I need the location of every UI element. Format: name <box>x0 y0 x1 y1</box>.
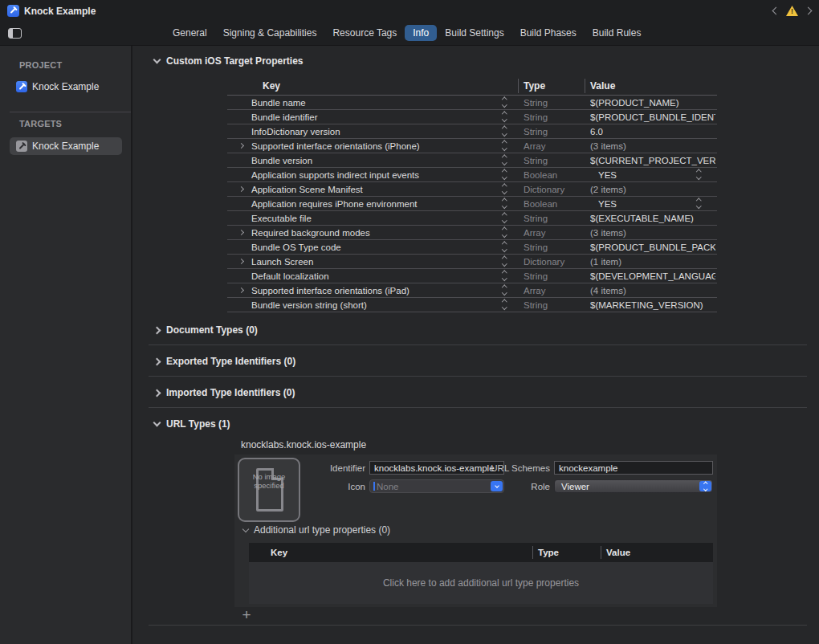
property-row[interactable]: Bundle identifier String $(PRODUCT_BUNDL… <box>227 110 717 124</box>
section-exported-types-header[interactable]: Exported Type Identifiers (0) <box>154 356 295 367</box>
property-value[interactable]: $(DEVELOPMENT_LANGUAGE) <box>590 271 715 281</box>
title-bar: Knock Example ! <box>0 0 819 22</box>
sidebar-item-target[interactable]: Knock Example <box>10 137 122 155</box>
key-stepper-icon[interactable] <box>503 300 507 308</box>
custom-properties-rows: Bundle name String $(PRODUCT_NAME) Bundl… <box>227 96 717 312</box>
property-value[interactable]: (2 items) <box>590 185 715 194</box>
icon-value: None <box>377 482 399 491</box>
url-schemes-field[interactable]: knockexample <box>554 461 713 475</box>
project-icon <box>16 81 27 92</box>
tab-label: Signing & Capabilities <box>223 27 317 39</box>
property-row[interactable]: Bundle version string (short) String $(M… <box>227 298 717 312</box>
tab-label: Build Phases <box>520 27 577 39</box>
key-stepper-icon[interactable] <box>503 185 507 193</box>
key-stepper-icon[interactable] <box>503 286 507 294</box>
warning-icon[interactable]: ! <box>786 6 798 16</box>
property-value[interactable]: (3 items) <box>590 228 715 238</box>
tab-bar-container: GeneralSigning & CapabilitiesResource Ta… <box>0 22 819 46</box>
property-type: String <box>524 300 548 310</box>
navigate-back-icon[interactable] <box>772 7 780 15</box>
key-stepper-icon[interactable] <box>503 112 507 120</box>
add-url-type-button[interactable]: + <box>239 608 254 622</box>
property-row[interactable]: Application supports indirect input even… <box>227 168 717 182</box>
tab-signing-capabilities[interactable]: Signing & Capabilities <box>215 25 325 41</box>
navigate-forward-icon[interactable] <box>805 7 813 15</box>
property-value[interactable]: $(PRODUCT_BUNDLE_PACKAGE_TYPE) <box>590 243 715 252</box>
property-row[interactable]: Application Scene Manifest Dictionary (2… <box>227 182 717 197</box>
tab-build-phases[interactable]: Build Phases <box>512 25 585 41</box>
property-key: Application requires iPhone environment <box>251 199 417 209</box>
property-row[interactable]: Executable file String $(EXECUTABLE_NAME… <box>227 211 717 226</box>
property-row[interactable]: Required background modes Array (3 items… <box>227 226 717 240</box>
section-document-types-header[interactable]: Document Types (0) <box>154 324 258 336</box>
property-key: Application supports indirect input even… <box>251 170 419 180</box>
additional-properties-header[interactable]: Additional url type properties (0) <box>243 524 390 536</box>
section-divider <box>149 376 807 377</box>
key-stepper-icon[interactable] <box>503 228 507 236</box>
toggle-sidebar-icon[interactable] <box>8 28 22 39</box>
boolean-stepper-icon[interactable] <box>697 199 701 207</box>
disclosure-chevron-icon[interactable] <box>238 186 244 192</box>
property-value[interactable]: YES <box>598 170 723 180</box>
tab-build-rules[interactable]: Build Rules <box>585 25 650 41</box>
property-key: Bundle name <box>251 98 306 108</box>
url-type-card: No image specified Identifier knocklabs.… <box>234 454 717 607</box>
sidebar-divider <box>10 112 131 112</box>
property-value[interactable]: (1 item) <box>590 257 715 267</box>
property-value[interactable]: 6.0 <box>590 127 715 137</box>
property-value[interactable]: $(MARKETING_VERSION) <box>590 300 715 310</box>
property-value[interactable]: $(CURRENT_PROJECT_VERSION) <box>590 156 715 165</box>
custom-properties-table: Key Type Value Bundle name String $(PROD… <box>227 76 717 312</box>
key-stepper-icon[interactable] <box>503 199 507 207</box>
property-row[interactable]: Bundle name String $(PRODUCT_NAME) <box>227 96 717 110</box>
key-stepper-icon[interactable] <box>503 156 507 164</box>
role-popup-button[interactable]: Viewer <box>554 479 713 493</box>
property-type: Dictionary <box>524 185 564 194</box>
property-row[interactable]: InfoDictionary version String 6.0 <box>227 124 717 139</box>
boolean-stepper-icon[interactable] <box>697 170 701 178</box>
column-header-type: Type <box>524 80 545 92</box>
key-stepper-icon[interactable] <box>503 243 507 251</box>
tab-build-settings[interactable]: Build Settings <box>437 25 511 41</box>
window-title: Knock Example <box>24 6 96 17</box>
property-row[interactable]: Supported interface orientations (iPhone… <box>227 139 717 153</box>
property-key: Bundle identifier <box>251 112 317 122</box>
property-value[interactable]: $(PRODUCT_NAME) <box>590 98 715 108</box>
disclosure-chevron-icon[interactable] <box>238 287 244 293</box>
disclosure-chevron-icon[interactable] <box>238 143 244 149</box>
property-value[interactable]: (3 items) <box>590 141 715 151</box>
section-url-types-header[interactable]: URL Types (1) <box>154 418 230 430</box>
property-row[interactable]: Application requires iPhone environment … <box>227 197 717 211</box>
key-stepper-icon[interactable] <box>503 98 507 106</box>
property-value[interactable]: (4 items) <box>590 286 715 296</box>
text-caret <box>373 482 375 491</box>
property-row[interactable]: Default localization String $(DEVELOPMEN… <box>227 269 717 283</box>
section-imported-types-header[interactable]: Imported Type Identifiers (0) <box>154 387 295 398</box>
key-stepper-icon[interactable] <box>503 127 507 135</box>
key-stepper-icon[interactable] <box>503 271 507 279</box>
add-additional-properties-prompt[interactable]: Click here to add additional url type pr… <box>249 562 713 604</box>
tab-resource-tags[interactable]: Resource Tags <box>324 25 405 41</box>
property-type: String <box>524 98 548 108</box>
property-row[interactable]: Supported interface orientations (iPad) … <box>227 283 717 298</box>
section-custom-props-header[interactable]: Custom iOS Target Properties <box>154 55 303 67</box>
property-row[interactable]: Bundle version String $(CURRENT_PROJECT_… <box>227 153 717 168</box>
property-value[interactable]: YES <box>598 199 723 209</box>
key-stepper-icon[interactable] <box>503 214 507 222</box>
disclosure-chevron-icon[interactable] <box>238 230 244 235</box>
property-type: Boolean <box>524 199 557 209</box>
property-value[interactable]: $(PRODUCT_BUNDLE_IDENTIFIER) <box>590 112 715 122</box>
key-stepper-icon[interactable] <box>503 170 507 178</box>
popup-stepper-icon <box>699 481 711 491</box>
sidebar-item-project[interactable]: Knock Example <box>10 78 122 96</box>
property-value[interactable]: $(EXECUTABLE_NAME) <box>590 214 715 223</box>
property-row[interactable]: Launch Screen Dictionary (1 item) <box>227 255 717 269</box>
disclosure-chevron-icon[interactable] <box>238 259 244 264</box>
section-title: Document Types (0) <box>166 324 258 336</box>
tab-info[interactable]: Info <box>405 25 437 41</box>
property-row[interactable]: Bundle OS Type code String $(PRODUCT_BUN… <box>227 240 717 255</box>
key-stepper-icon[interactable] <box>503 257 507 265</box>
property-type: Dictionary <box>524 257 564 267</box>
key-stepper-icon[interactable] <box>503 141 507 149</box>
tab-general[interactable]: General <box>165 25 215 41</box>
